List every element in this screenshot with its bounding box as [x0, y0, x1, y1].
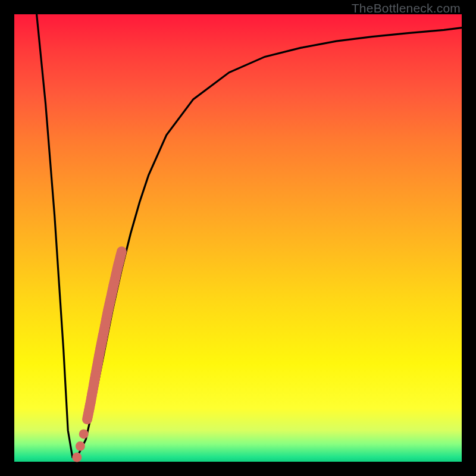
highlight-dot	[117, 246, 127, 256]
bottleneck-curve-line	[37, 14, 462, 458]
chart-frame: TheBottleneck.com	[0, 0, 476, 476]
highlight-dot	[79, 429, 89, 439]
watermark-text: TheBottleneck.com	[352, 1, 461, 15]
highlight-dot	[76, 441, 85, 451]
highlight-dots-group	[72, 246, 127, 462]
chart-plot-area	[14, 14, 462, 462]
highlight-dot	[72, 453, 82, 462]
chart-svg	[14, 14, 462, 462]
